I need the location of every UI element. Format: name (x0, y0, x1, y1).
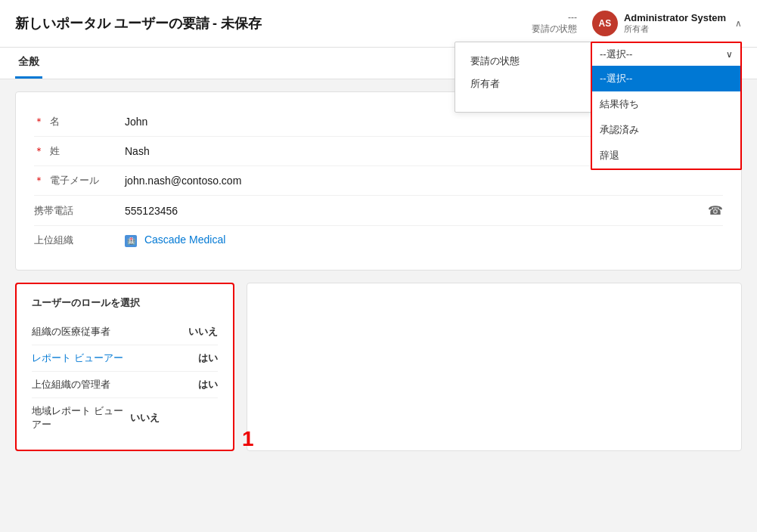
required-star: ＊ (34, 116, 44, 127)
status-panel-owner-label: 所有者 (470, 77, 523, 91)
label-lastname: ＊ 姓 (34, 144, 125, 158)
status-panel: 要請の状態 所有者 (455, 42, 606, 113)
role-row-0: 組織の医療従事者 いいえ (32, 319, 218, 345)
annotation-marker-1: 1 (242, 427, 254, 451)
dropdown-option-3[interactable]: 辞退 (592, 143, 740, 169)
roles-card: ユーザーのロールを選択 組織の医療従事者 いいえ レポート ビューアー はい 上… (15, 283, 234, 451)
page-header: 新しいポータル ユーザーの要請 - 未保存 --- 要請の状態 AS Admin… (0, 0, 757, 48)
form-row-email: ＊ 電子メール john.nash@contoso.com (34, 166, 723, 196)
user-avatar: AS (592, 11, 618, 36)
status-panel-status-row: 要請の状態 (470, 54, 590, 68)
label-phone: 携帯電話 (34, 204, 125, 218)
bottom-section: ユーザーのロールを選択 組織の医療従事者 いいえ レポート ビューアー はい 上… (15, 283, 742, 463)
bottom-right-area (247, 283, 742, 451)
role-row-1: レポート ビューアー はい (32, 345, 218, 372)
label-firstname: ＊ 名 (34, 115, 125, 128)
status-panel-owner-row: 所有者 (470, 77, 590, 91)
header-status-area: --- 要請の状態 (532, 12, 577, 36)
value-email: john.nash@contoso.com (125, 175, 723, 187)
role-name-0: 組織の医療従事者 (32, 325, 188, 339)
phone-icon: ☎ (708, 203, 723, 218)
tab-general[interactable]: 全般 (15, 48, 42, 79)
form-row-org: 上位組織 🏥 Cascade Medical (34, 226, 723, 255)
role-name-3: 地域レポート ビューアー (32, 404, 130, 431)
dropdown-header[interactable]: --選択-- ∨ (591, 42, 742, 66)
dropdown-option-0[interactable]: --選択-- (592, 66, 740, 91)
status-panel-status-label: 要請の状態 (470, 54, 523, 68)
role-value-2: はい (198, 378, 218, 391)
form-row-phone: 携帯電話 555123456 ☎ (34, 196, 723, 226)
status-dropdown-container: --選択-- ∨ --選択-- 結果待ち 承認済み 辞退 (591, 42, 742, 170)
dropdown-option-2[interactable]: 承認済み (592, 117, 740, 143)
page-title: 新しいポータル ユーザーの要請 - 未保存 (15, 14, 262, 32)
header-right: --- 要請の状態 AS Administrator System 所有者 ∧ (532, 11, 742, 36)
user-badge[interactable]: AS Administrator System 所有者 ∧ (592, 11, 742, 36)
role-name-2: 上位組織の管理者 (32, 378, 198, 391)
role-value-0: いいえ (188, 325, 218, 339)
required-star-3: ＊ (34, 175, 44, 186)
dropdown-option-1[interactable]: 結果待ち (592, 91, 740, 117)
value-org[interactable]: 🏥 Cascade Medical (125, 234, 723, 247)
roles-title: ユーザーのロールを選択 (32, 296, 218, 310)
dropdown-selected-label: --選択-- (600, 48, 632, 61)
role-row-2: 上位組織の管理者 はい (32, 372, 218, 398)
chevron-down-icon: ∨ (726, 49, 733, 60)
role-value-1: はい (198, 351, 218, 365)
label-email: ＊ 電子メール (34, 174, 125, 187)
role-value-3: いいえ (130, 411, 160, 425)
value-phone: 555123456 (125, 205, 708, 217)
user-info: Administrator System 所有者 (624, 12, 726, 35)
dropdown-list: --選択-- 結果待ち 承認済み 辞退 (591, 66, 742, 170)
required-star-2: ＊ (34, 145, 44, 156)
label-org: 上位組織 (34, 234, 125, 247)
chevron-up-icon: ∧ (735, 18, 742, 29)
org-icon: 🏥 (125, 235, 137, 247)
role-name-1[interactable]: レポート ビューアー (32, 351, 198, 365)
role-row-3: 地域レポート ビューアー いいえ (32, 398, 218, 438)
